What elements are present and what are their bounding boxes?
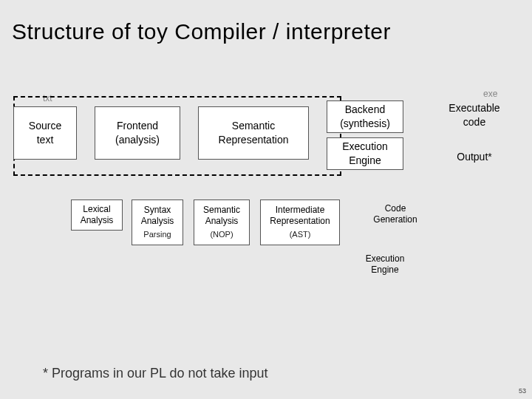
label: Semantic [199, 119, 308, 133]
box-source: Source text [13, 106, 77, 160]
label: code [433, 115, 516, 129]
footnote: * Programs in our PL do not take input [43, 366, 268, 381]
label: Lexical [72, 204, 122, 215]
label: Executable [433, 101, 516, 115]
box-semantic-rep: Semantic Representation [198, 106, 309, 160]
label: Code [365, 203, 426, 214]
box-backend: Backend (synthesis) [327, 100, 403, 133]
box-exec-engine: Execution Engine [327, 137, 403, 170]
sublabel: Parsing [132, 230, 183, 240]
label: (synthesis) [327, 117, 403, 131]
slide-number: 53 [519, 387, 526, 395]
box-executable-code: Executable code [433, 99, 516, 132]
label: Engine [327, 154, 403, 168]
label: Execution [327, 140, 403, 154]
mini-syntax: Syntax Analysis Parsing [132, 200, 183, 245]
label: Representation [261, 216, 339, 227]
label: Source [14, 119, 76, 133]
label: Semantic [194, 205, 249, 216]
box-frontend: Frontend (analysis) [95, 106, 180, 160]
label: Frontend [95, 119, 180, 133]
mini-exec-engine: Execution Engine [353, 250, 417, 279]
label: Analysis [132, 216, 183, 227]
box-output: Output* [433, 142, 516, 171]
sublabel: (AST) [261, 230, 339, 240]
label: Output* [433, 150, 516, 164]
label: Analysis [72, 215, 122, 226]
mini-ir: Intermediate Representation (AST) [260, 200, 340, 245]
label: Execution [353, 253, 417, 265]
caption-exe: exe [483, 89, 497, 99]
label: Representation [199, 133, 308, 147]
mini-semantic: Semantic Analysis (NOP) [194, 200, 250, 245]
label: Engine [353, 265, 417, 276]
label: Generation [365, 214, 426, 225]
label: text [14, 133, 76, 147]
label: Analysis [194, 216, 249, 227]
label: Intermediate [261, 205, 339, 216]
page-title: Structure of toy Compiler / interpreter [0, 0, 532, 44]
sublabel: (NOP) [194, 230, 249, 240]
label: Backend [327, 103, 403, 117]
label: (analysis) [95, 133, 180, 147]
mini-codegen: Code Generation [365, 200, 426, 229]
mini-lexical: Lexical Analysis [71, 200, 123, 231]
label: Syntax [132, 205, 183, 216]
